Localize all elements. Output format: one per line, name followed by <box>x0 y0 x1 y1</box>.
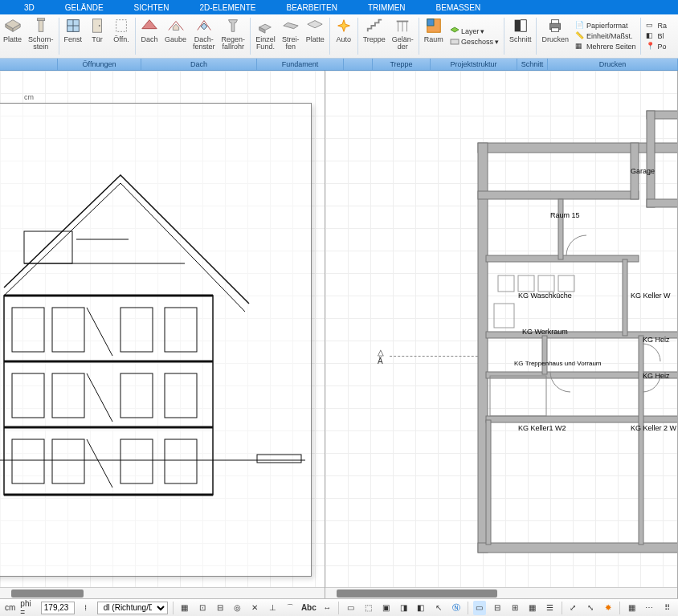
phi-input[interactable] <box>41 602 75 614</box>
select-window-icon[interactable]: ⬚ <box>361 601 374 615</box>
svg-rect-37 <box>52 439 84 483</box>
tool-einzelfundament[interactable]: Einzel Fund. <box>252 14 279 58</box>
tool-drucken[interactable]: Drucken <box>538 14 572 58</box>
cursor-icon[interactable]: ↖ <box>432 601 445 615</box>
label-heiz1: KG Heiz <box>643 336 670 344</box>
floorplan-view[interactable]: △Ä <box>325 71 678 598</box>
snap-endpoint-icon[interactable]: ⊡ <box>196 601 209 615</box>
menu-sichten[interactable]: SICHTEN <box>134 3 170 12</box>
left-scrollbar[interactable] <box>0 587 325 598</box>
svg-rect-58 <box>486 420 491 545</box>
roof-icon <box>141 17 158 35</box>
svg-rect-48 <box>647 111 655 207</box>
geschoss-dropdown[interactable]: Geschoss▾ <box>450 37 499 47</box>
layers-icon[interactable]: ☰ <box>544 601 557 615</box>
view-split-v-icon[interactable]: ⊞ <box>508 601 521 615</box>
tool-regenfallrohr[interactable]: Regen- fallrohr <box>219 14 249 58</box>
menu-bearbeiten[interactable]: BEARBEITEN <box>287 3 337 12</box>
text-icon[interactable]: Abc <box>301 601 316 615</box>
select-rect-icon[interactable]: ▭ <box>344 601 357 615</box>
view-2d-icon[interactable]: ▭ <box>473 601 486 615</box>
sheet-icon: ◧ <box>646 31 656 41</box>
unit-indicator: cm <box>5 603 15 612</box>
ra-button[interactable]: ▭Ra <box>646 21 667 31</box>
svg-rect-33 <box>52 373 84 418</box>
tool-gelaender[interactable]: Gelän- der <box>389 14 417 58</box>
mehrere-seiten-button[interactable]: ▦Mehrere Seiten <box>575 42 636 51</box>
extra-settings: ▭Ra ◧Bl 📍Po <box>643 14 670 58</box>
right-scrollbar[interactable] <box>325 587 677 598</box>
north-icon[interactable]: Ⓝ <box>450 601 463 615</box>
tool-dach[interactable]: Dach <box>137 14 161 58</box>
tool-streifenfundament[interactable]: Strei- fen <box>279 14 303 58</box>
more-icon[interactable]: ⠿ <box>660 601 673 615</box>
tool-tuer[interactable]: Tür <box>85 14 109 58</box>
svg-rect-41 <box>257 455 301 463</box>
menu-gelaende[interactable]: GELÄNDE <box>65 3 104 12</box>
svg-rect-34 <box>120 373 153 418</box>
menu-3d[interactable]: 3D <box>24 3 35 12</box>
tool-oeffnung[interactable]: Öffn. <box>109 14 133 58</box>
label-keller1: KG Keller1 W2 <box>518 424 566 432</box>
layer-dropdown[interactable]: Layer▾ <box>450 27 499 36</box>
erase-partial-icon[interactable]: ◧ <box>415 601 427 615</box>
dim-toggle-icon[interactable]: ⋯ <box>643 601 656 615</box>
eraser-icon[interactable]: ◨ <box>397 601 410 615</box>
label-werkraum: KG Werkraum <box>522 328 568 336</box>
tool-schnitt[interactable]: Schnitt <box>506 14 535 58</box>
group-treppe: Treppe <box>373 59 431 70</box>
tool-dachfenster[interactable]: Dach- fenster <box>190 14 219 58</box>
svg-rect-20 <box>4 296 213 495</box>
svg-rect-57 <box>639 336 643 545</box>
svg-rect-5 <box>93 19 102 33</box>
snap-perp-icon[interactable]: ⊥ <box>266 601 279 615</box>
tool-plattenfundament[interactable]: Platte <box>303 14 328 58</box>
snap-mid-icon[interactable]: ⊟ <box>214 601 227 615</box>
tool-auto[interactable]: Auto <box>332 14 356 58</box>
menu-trimmen[interactable]: TRIMMEN <box>368 3 406 12</box>
menu-2d-elemente[interactable]: 2D-ELEMENTE <box>200 3 256 12</box>
select-cross-icon[interactable]: ▣ <box>379 601 392 615</box>
tool-fenster[interactable]: Fenst <box>61 14 86 58</box>
po-button[interactable]: 📍Po <box>646 42 667 51</box>
svg-rect-56 <box>486 416 678 422</box>
chimney-icon <box>32 17 50 35</box>
label-garage: Garage <box>631 167 655 175</box>
unit-label: cm <box>24 93 34 101</box>
label-heiz2: KG Heiz <box>643 372 670 380</box>
view-split-h-icon[interactable]: ⊟ <box>491 601 504 615</box>
zoom-extent-icon[interactable]: ⤢ <box>566 601 579 615</box>
section-icon <box>512 17 529 35</box>
svg-rect-60 <box>498 275 514 292</box>
svg-rect-19 <box>552 28 559 32</box>
opening-icon <box>112 17 130 35</box>
snap-tangent-icon[interactable]: ⌒ <box>284 601 296 615</box>
label-keller2: KG Keller 2 W <box>631 424 676 432</box>
phi-spinner[interactable]: ⁞ <box>80 601 92 615</box>
measure-icon[interactable]: ↔ <box>321 601 333 615</box>
section-marker-a: △Ä <box>378 348 384 365</box>
zoom-sel-icon[interactable]: ⤡ <box>584 601 597 615</box>
menu-bemassen[interactable]: BEMASSEN <box>436 3 481 12</box>
view-quad-icon[interactable]: ▦ <box>526 601 539 615</box>
bl-button[interactable]: ◧Bl <box>646 31 667 41</box>
grid-toggle-icon[interactable]: ▦ <box>625 601 638 615</box>
tool-raum[interactable]: Raum <box>421 14 447 58</box>
group-drucken: Drucken <box>548 59 678 70</box>
snap-intersect-icon[interactable]: ✕ <box>248 601 261 615</box>
dl-select[interactable]: dl (Richtung/Di <box>97 602 168 614</box>
group-schnitt: Schnitt <box>517 59 548 70</box>
marker-icon[interactable]: ✸ <box>602 601 615 615</box>
label-treppenhaus: KG Treppenhaus und Vorraum <box>514 360 602 367</box>
tool-treppe[interactable]: Treppe <box>360 14 389 58</box>
papierformat-button[interactable]: 📄Papierformat <box>575 21 636 31</box>
tool-schornstein[interactable]: Schorn- stein <box>25 14 57 58</box>
svg-rect-7 <box>116 20 127 32</box>
snap-center-icon[interactable]: ◎ <box>231 601 244 615</box>
elevation-view[interactable]: cm <box>0 71 325 598</box>
snap-grid-icon[interactable]: ▦ <box>178 601 191 615</box>
svg-rect-35 <box>165 373 197 418</box>
tool-gaube[interactable]: Gaube <box>161 14 190 58</box>
einheit-button[interactable]: 📏Einheit/Maßst. <box>575 31 636 41</box>
tool-platte[interactable]: Platte <box>0 14 25 58</box>
